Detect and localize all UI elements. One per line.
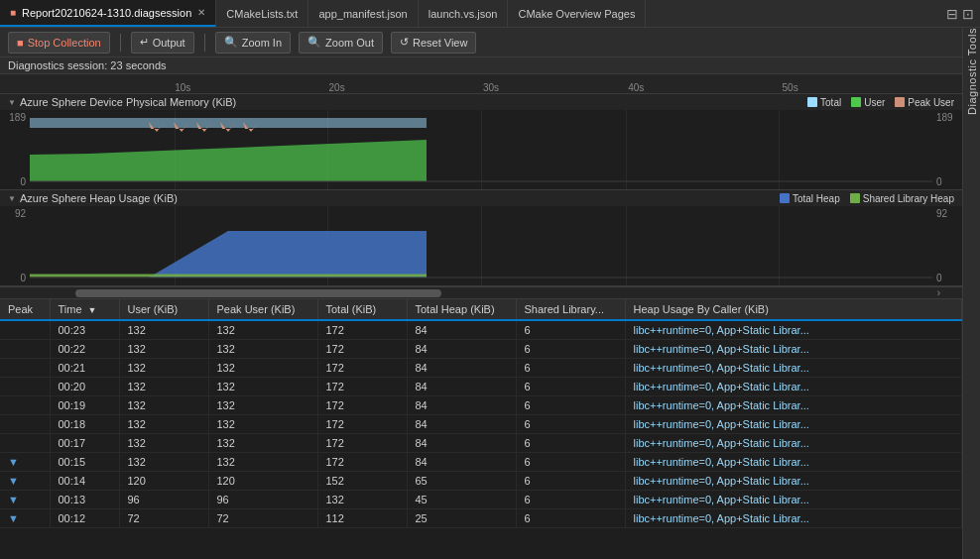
cell-user: 132 [119, 359, 208, 378]
cell-time: 00:14 [50, 472, 119, 491]
reset-view-button[interactable]: ↺ Reset View [391, 32, 476, 54]
cell-user: 132 [119, 434, 208, 453]
table-row: 00:22 132 132 172 84 6 libc++runtime=0, … [0, 340, 962, 359]
cell-peak-user: 120 [208, 472, 317, 491]
scroll-right-btn[interactable]: › [933, 287, 944, 298]
reset-view-icon: ↺ [400, 36, 409, 49]
cell-time: 00:12 [50, 509, 119, 528]
status-label: Diagnostics session: [8, 59, 107, 71]
output-button[interactable]: ↵ Output [131, 32, 194, 54]
cell-total-heap: 84 [407, 415, 516, 434]
cell-peak [0, 415, 50, 434]
cell-total: 172 [317, 434, 407, 453]
cell-peak-user: 96 [208, 491, 317, 509]
tab-layout-icon[interactable]: ⊡ [962, 6, 974, 22]
chart2-collapse-icon[interactable]: ▼ [8, 194, 16, 203]
tab-diag-close[interactable]: ✕ [197, 7, 205, 18]
cell-time: 00:15 [50, 453, 119, 472]
table-row: 00:21 132 132 172 84 6 libc++runtime=0, … [0, 359, 962, 378]
chart2-y-axis: 92 0 [0, 206, 30, 285]
cell-total: 132 [317, 491, 407, 509]
cell-heap-caller: libc++runtime=0, App+Static Librar... [625, 491, 962, 509]
output-icon: ↵ [140, 36, 149, 49]
legend-total-heap-label: Total Heap [793, 193, 840, 204]
cell-total-heap: 84 [407, 340, 516, 359]
col-peak-user[interactable]: Peak User (KiB) [208, 299, 317, 320]
chart1-area[interactable] [30, 110, 932, 189]
legend-peak-user-label: Peak User [908, 97, 954, 108]
chart1-y-axis: 189 0 [0, 110, 30, 189]
cell-shared: 6 [516, 340, 625, 359]
col-heap-caller[interactable]: Heap Usage By Caller (KiB) [625, 299, 962, 320]
cell-user: 132 [119, 320, 208, 340]
col-user[interactable]: User (KiB) [119, 299, 208, 320]
table-row: 00:18 132 132 172 84 6 libc++runtime=0, … [0, 415, 962, 434]
cell-peak-user: 132 [208, 434, 317, 453]
chart1-svg [30, 110, 932, 189]
cell-shared: 6 [516, 491, 625, 509]
status-value: 23 seconds [110, 59, 166, 71]
data-table: Peak Time ▼ User (KiB) Peak User (KiB) T… [0, 299, 962, 528]
chart2-y-min: 0 [20, 273, 26, 283]
chart1-y-min: 0 [20, 176, 26, 187]
tab-list-icon[interactable]: ⊟ [946, 6, 958, 22]
legend-total-heap-dot [780, 193, 790, 203]
scrollbar-track[interactable]: › [30, 287, 944, 298]
stop-collection-button[interactable]: ■ Stop Collection [8, 32, 110, 54]
col-total[interactable]: Total (KiB) [317, 299, 407, 320]
cell-user: 96 [119, 491, 208, 509]
chart2-y-min-right: 0 [936, 273, 942, 283]
table-header-row: Peak Time ▼ User (KiB) Peak User (KiB) T… [0, 299, 962, 320]
cell-user: 132 [119, 415, 208, 434]
cell-total-heap: 84 [407, 396, 516, 415]
tab-actions: ⊟ ⊡ [940, 6, 980, 22]
app-container: ■ Report20210624-1310.diagsession ✕ CMak… [0, 0, 980, 559]
cell-total: 172 [317, 340, 407, 359]
cell-shared: 6 [516, 396, 625, 415]
tab-manifest[interactable]: app_manifest.json [308, 0, 418, 27]
cell-heap-caller: libc++runtime=0, App+Static Librar... [625, 472, 962, 491]
chart2-area[interactable] [30, 206, 932, 285]
table-container[interactable]: Peak Time ▼ User (KiB) Peak User (KiB) T… [0, 299, 962, 559]
diagnostic-tools-sidebar: Diagnostic Tools [962, 28, 980, 559]
toolbar-separator-1 [120, 34, 121, 52]
cell-total-heap: 84 [407, 378, 516, 396]
scrollbar-thumb[interactable] [75, 289, 441, 297]
tab-diag[interactable]: ■ Report20210624-1310.diagsession ✕ [0, 0, 216, 27]
tab-overview[interactable]: CMake Overview Pages [508, 0, 646, 27]
legend-total-heap: Total Heap [780, 193, 840, 204]
zoom-out-button[interactable]: 🔍 Zoom Out [299, 32, 383, 54]
legend-shared-heap-label: Shared Library Heap [863, 193, 954, 204]
ruler-mark-50s: 50s [783, 82, 798, 93]
col-total-heap[interactable]: Total Heap (KiB) [407, 299, 516, 320]
legend-total-label: Total [820, 97, 841, 108]
zoom-in-button[interactable]: 🔍 Zoom In [215, 32, 291, 54]
col-time[interactable]: Time ▼ [50, 299, 119, 320]
chart1-y-max-right: 189 [936, 112, 953, 123]
tab-launch[interactable]: launch.vs.json [419, 0, 509, 27]
chart1-collapse-icon[interactable]: ▼ [8, 98, 16, 107]
tab-cmake[interactable]: CMakeLists.txt [216, 0, 308, 27]
tab-bar: ■ Report20210624-1310.diagsession ✕ CMak… [0, 0, 980, 28]
cell-peak [0, 359, 50, 378]
cell-time: 00:18 [50, 415, 119, 434]
ruler-marks: 10s 20s 30s 40s 50s [38, 74, 944, 93]
chart2-y-axis-right: 92 0 [932, 206, 962, 285]
chart1-y-max: 189 [9, 112, 26, 123]
col-shared[interactable]: Shared Library... [516, 299, 625, 320]
cell-shared: 6 [516, 320, 625, 340]
cell-user: 72 [119, 509, 208, 528]
cell-shared: 6 [516, 378, 625, 396]
chart1-y-min-right: 0 [936, 176, 942, 187]
tab-overview-label: CMake Overview Pages [518, 8, 635, 20]
cell-heap-caller: libc++runtime=0, App+Static Librar... [625, 359, 962, 378]
charts-panel: 10s 20s 30s 40s 50s ▼ Azure Sphere Devic… [0, 74, 962, 298]
chart1-body: 189 0 [0, 110, 962, 189]
cell-user: 132 [119, 340, 208, 359]
tab-launch-label: launch.vs.json [429, 8, 498, 20]
cell-total: 172 [317, 396, 407, 415]
cell-total: 172 [317, 320, 407, 340]
ruler-mark-40s: 40s [628, 82, 644, 93]
cell-total: 172 [317, 359, 407, 378]
col-peak[interactable]: Peak [0, 299, 50, 320]
